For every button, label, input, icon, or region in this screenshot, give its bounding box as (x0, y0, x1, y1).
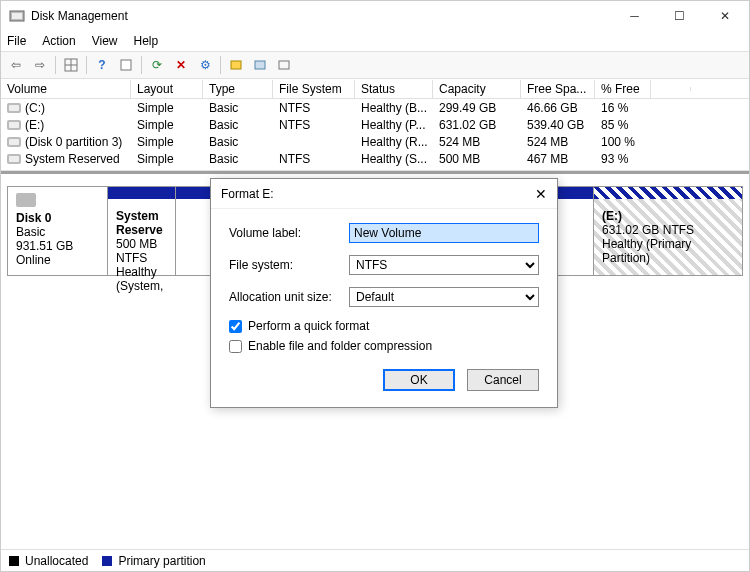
quick-format-checkbox[interactable] (229, 320, 242, 333)
cancel-button[interactable]: Cancel (467, 369, 539, 391)
dialog-close-icon[interactable]: ✕ (517, 186, 547, 202)
menu-file[interactable]: File (7, 34, 26, 48)
part-title: System Reserve (116, 209, 163, 237)
svg-rect-1 (12, 13, 22, 19)
disk-icon (16, 193, 36, 207)
menu-bar: File Action View Help (1, 31, 749, 51)
back-icon[interactable]: ⇦ (5, 54, 27, 76)
allocation-unit-select[interactable]: Default (349, 287, 539, 307)
table-row[interactable]: (C:)SimpleBasicNTFSHealthy (B...299.49 G… (1, 99, 749, 116)
svg-rect-5 (121, 60, 131, 70)
grid-icon[interactable] (60, 54, 82, 76)
legend-primary-swatch (102, 556, 112, 566)
delete-icon[interactable]: ✕ (170, 54, 192, 76)
maximize-button[interactable]: ☐ (657, 2, 702, 30)
window-title: Disk Management (31, 9, 612, 23)
disk-state: Online (16, 253, 99, 267)
svg-rect-7 (255, 61, 265, 69)
col-free[interactable]: Free Spa... (521, 80, 595, 98)
col-capacity[interactable]: Capacity (433, 80, 521, 98)
col-type[interactable]: Type (203, 80, 273, 98)
help-icon[interactable]: ? (91, 54, 113, 76)
menu-view[interactable]: View (92, 34, 118, 48)
legend-unalloc-swatch (9, 556, 19, 566)
compression-checkbox[interactable] (229, 340, 242, 353)
action1-icon[interactable] (225, 54, 247, 76)
dialog-title: Format E: (221, 187, 517, 201)
file-system-select[interactable]: NTFS (349, 255, 539, 275)
col-layout[interactable]: Layout (131, 80, 203, 98)
toolbar: ⇦ ⇨ ? ⟳ ✕ ⚙ (1, 51, 749, 79)
file-system-label: File system: (229, 258, 349, 272)
volume-list: Volume Layout Type File System Status Ca… (1, 79, 749, 171)
part-line3: Healthy (Primary Partition) (602, 237, 691, 265)
compression-row[interactable]: Enable file and folder compression (229, 339, 539, 353)
action2-icon[interactable] (249, 54, 271, 76)
app-icon (9, 8, 25, 24)
table-row[interactable]: (Disk 0 partition 3)SimpleBasicHealthy (… (1, 133, 749, 150)
volume-label-input[interactable] (349, 223, 539, 243)
forward-icon[interactable]: ⇨ (29, 54, 51, 76)
legend-primary: Primary partition (118, 554, 205, 568)
table-row[interactable]: (E:)SimpleBasicNTFSHealthy (P...631.02 G… (1, 116, 749, 133)
partition-e[interactable]: (E:) 631.02 GB NTFS Healthy (Primary Par… (594, 187, 742, 275)
quick-format-label: Perform a quick format (248, 319, 369, 333)
dialog-titlebar: Format E: ✕ (211, 179, 557, 209)
action3-icon[interactable] (273, 54, 295, 76)
menu-action[interactable]: Action (42, 34, 75, 48)
part-line2: 500 MB NTFS (116, 237, 157, 265)
col-volume[interactable]: Volume (1, 80, 131, 98)
svg-rect-6 (231, 61, 241, 69)
col-spacer (651, 87, 691, 91)
refresh-icon[interactable]: ⟳ (146, 54, 168, 76)
allocation-unit-label: Allocation unit size: (229, 290, 349, 304)
quick-format-row[interactable]: Perform a quick format (229, 319, 539, 333)
part-line2: 631.02 GB NTFS (602, 223, 694, 237)
disk-type: Basic (16, 225, 99, 239)
ok-button[interactable]: OK (383, 369, 455, 391)
col-fs[interactable]: File System (273, 80, 355, 98)
settings-icon[interactable]: ⚙ (194, 54, 216, 76)
compression-label: Enable file and folder compression (248, 339, 432, 353)
legend-unalloc: Unallocated (25, 554, 88, 568)
svg-rect-8 (279, 61, 289, 69)
col-pct[interactable]: % Free (595, 80, 651, 98)
part-line3: Healthy (System, (116, 265, 163, 293)
minimize-button[interactable]: ─ (612, 2, 657, 30)
col-status[interactable]: Status (355, 80, 433, 98)
close-button[interactable]: ✕ (702, 2, 747, 30)
disk-size: 931.51 GB (16, 239, 99, 253)
format-dialog: Format E: ✕ Volume label: File system: N… (210, 178, 558, 408)
volume-label-label: Volume label: (229, 226, 349, 240)
disk-label[interactable]: Disk 0 Basic 931.51 GB Online (7, 186, 107, 276)
partition-system-reserved[interactable]: System Reserve 500 MB NTFS Healthy (Syst… (108, 187, 176, 275)
menu-help[interactable]: Help (134, 34, 159, 48)
legend: Unallocated Primary partition (1, 549, 749, 571)
disk-name: Disk 0 (16, 211, 99, 225)
table-header: Volume Layout Type File System Status Ca… (1, 79, 749, 99)
title-bar: Disk Management ─ ☐ ✕ (1, 1, 749, 31)
table-row[interactable]: System ReservedSimpleBasicNTFSHealthy (S… (1, 150, 749, 167)
properties-icon[interactable] (115, 54, 137, 76)
part-title: (E:) (602, 209, 622, 223)
